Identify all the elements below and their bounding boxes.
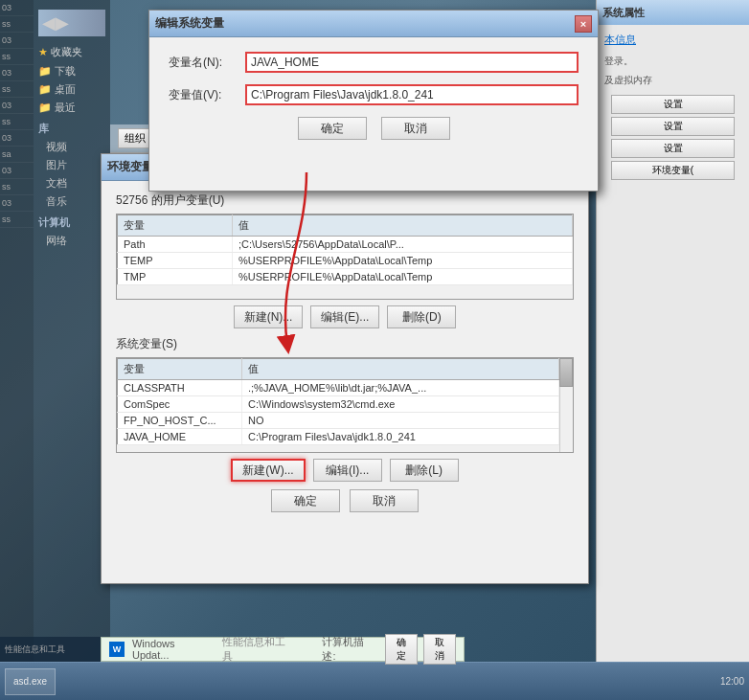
user-new-btn[interactable]: 新建(N)... (234, 305, 304, 328)
settings-btn-1[interactable]: 设置 (611, 95, 735, 114)
bg-section-info: 本信息 (604, 33, 741, 47)
num-13: 03 (0, 195, 34, 212)
perf-text: 性能信息和工具 (5, 644, 65, 656)
edit-sys-var-dialog: 编辑系统变量 × 变量名(N): 变量值(V): 确定 取消 (148, 10, 599, 192)
env-vars-btn-bg[interactable]: 环境变量( (611, 161, 735, 180)
win-update-ok-btn[interactable]: 确定 (385, 634, 418, 665)
sys-vars-table: 变量 值 CLASSPATH .;%JAVA_HOME%\lib\dt.jar;… (117, 358, 559, 445)
sidebar-item-video[interactable]: 视频 (38, 138, 105, 156)
user-var-name-3: TMP (118, 269, 233, 285)
win-update-icon: W (109, 642, 125, 657)
sys-var-name-4: JAVA_HOME (118, 429, 242, 445)
user-vars-section-title: 52756 的用户变量(U) (116, 192, 574, 209)
edit-dialog-close[interactable]: × (575, 15, 592, 33)
left-sidebar: ◀▶ ★ 收藏夹 📁 下载 📁 桌面 📁 最近 库 视频 图片 文档 音乐 计算… (34, 0, 110, 700)
win-update-subtext: 性能信息和工具 (222, 635, 296, 664)
num-1: 03 (0, 0, 34, 16)
num-9: 03 (0, 130, 34, 147)
num-5: 03 (0, 65, 34, 81)
sidebar-item-computer[interactable]: 计算机 (38, 211, 105, 232)
taskbar: asd.exe 12:00 (0, 662, 749, 700)
sidebar-item-library[interactable]: 库 (38, 117, 105, 138)
edit-ok-btn[interactable]: 确定 (298, 117, 367, 140)
edit-dialog-title: 编辑系统变量 (155, 15, 224, 32)
sidebar-item-recent[interactable]: 📁 最近 (38, 99, 105, 117)
bg-window-title: 系统属性 (597, 0, 749, 25)
env-dialog-footer: 确定 取消 (116, 489, 574, 512)
user-edit-btn[interactable]: 编辑(E)... (310, 305, 379, 328)
sidebar-item-network[interactable]: 网络 (38, 232, 105, 250)
var-name-row: 变量名(N): (169, 52, 579, 73)
user-col-var: 变量 (118, 215, 233, 237)
env-ok-btn[interactable]: 确定 (271, 489, 340, 512)
sys-var-row-2[interactable]: ComSpec C:\Windows\system32\cmd.exe (118, 396, 559, 413)
sys-col-var: 变量 (118, 359, 242, 380)
num-8: ss (0, 114, 34, 130)
sidebar-item-image[interactable]: 图片 (38, 156, 105, 174)
sys-var-val-2: C:\Windows\system32\cmd.exe (242, 396, 559, 413)
user-var-row-1[interactable]: Path ;C:\Users\52756\AppData\Local\P... (118, 237, 573, 253)
win-update-bar: W Windows Updat... 性能信息和工具 计算机描述: 确定 取消 (101, 637, 465, 662)
taskbar-clock: 12:00 (720, 676, 744, 687)
sys-vars-scrollbar[interactable] (559, 358, 573, 452)
taskbar-item-asd[interactable]: asd.exe (5, 668, 56, 695)
sys-var-name-3: FP_NO_HOST_C... (118, 413, 242, 429)
sidebar-item-music[interactable]: 音乐 (38, 192, 105, 211)
sys-var-val-4: C:\Program Files\Java\jdk1.8.0_241 (242, 429, 559, 445)
user-var-val-2: %USERPROFILE%\AppData\Local\Temp (233, 253, 573, 269)
user-vars-table-container: 变量 值 Path ;C:\Users\52756\AppData\Local\… (116, 214, 574, 300)
env-cancel-btn[interactable]: 取消 (350, 489, 419, 512)
user-var-name-2: TEMP (118, 253, 233, 269)
user-var-val-3: %USERPROFILE%\AppData\Local\Temp (233, 269, 573, 285)
login-text: 登录。 (604, 55, 741, 68)
user-var-name-1: Path (118, 237, 233, 253)
system-properties-background: 系统属性 本信息 登录。 及虚拟内存 设置 设置 设置 环境变量( (596, 0, 749, 700)
var-name-label: 变量名(N): (169, 55, 245, 71)
num-6: ss (0, 81, 34, 98)
var-value-input[interactable] (245, 84, 579, 105)
num-7: 03 (0, 98, 34, 114)
perf-bar: 性能信息和工具 (0, 637, 105, 662)
sys-delete-btn[interactable]: 删除(L) (390, 459, 459, 482)
computer-info-link[interactable]: 本信息 (604, 33, 741, 47)
sidebar-item-download[interactable]: 📁 下载 (38, 62, 105, 80)
num-10: sa (0, 147, 34, 163)
env-dialog-title: 环境变量 (107, 159, 153, 175)
sys-vars-btn-row: 新建(W)... 编辑(I)... 删除(L) (116, 459, 574, 482)
edit-cancel-btn[interactable]: 取消 (381, 117, 450, 140)
user-delete-btn[interactable]: 删除(D) (387, 305, 456, 328)
edit-dialog-footer: 确定 取消 (169, 117, 579, 140)
num-2: ss (0, 16, 34, 33)
user-var-val-1: ;C:\Users\52756\AppData\Local\P... (233, 237, 573, 253)
sys-var-row-4[interactable]: JAVA_HOME C:\Program Files\Java\jdk1.8.0… (118, 429, 559, 445)
sys-var-val-3: NO (242, 413, 559, 429)
sys-edit-btn[interactable]: 编辑(I)... (313, 459, 382, 482)
scrollbar-thumb[interactable] (559, 358, 573, 387)
left-numbers-panel: 03 ss 03 ss 03 ss 03 ss 03 sa 03 ss 03 s… (0, 0, 34, 700)
user-var-row-3[interactable]: TMP %USERPROFILE%\AppData\Local\Temp (118, 269, 573, 285)
sidebar-item-docs[interactable]: 文档 (38, 174, 105, 192)
sys-vars-section-title: 系统变量(S) (116, 336, 574, 352)
win-update-mid-text: 计算机描述: (322, 635, 377, 664)
num-3: 03 (0, 33, 34, 49)
env-vars-dialog: 环境变量 × 52756 的用户变量(U) 变量 值 Path ;C:\User… (101, 153, 589, 584)
user-vars-table: 变量 值 Path ;C:\Users\52756\AppData\Local\… (117, 215, 573, 285)
taskbar-right: 12:00 (720, 676, 744, 687)
num-12: ss (0, 179, 34, 195)
sys-var-row-3[interactable]: FP_NO_HOST_C... NO (118, 413, 559, 429)
sys-new-btn[interactable]: 新建(W)... (231, 459, 305, 482)
sidebar-item-desktop[interactable]: 📁 桌面 (38, 80, 105, 99)
num-11: 03 (0, 163, 34, 179)
user-col-val: 值 (233, 215, 573, 237)
sys-vars-table-container: 变量 值 CLASSPATH .;%JAVA_HOME%\lib\dt.jar;… (116, 357, 574, 453)
settings-btn-3[interactable]: 设置 (611, 139, 735, 158)
sys-col-val: 值 (242, 359, 559, 380)
win-update-cancel-btn[interactable]: 取消 (423, 634, 456, 665)
sys-var-name-1: CLASSPATH (118, 380, 242, 396)
user-var-row-2[interactable]: TEMP %USERPROFILE%\AppData\Local\Temp (118, 253, 573, 269)
sys-var-row-1[interactable]: CLASSPATH .;%JAVA_HOME%\lib\dt.jar;%JAVA… (118, 380, 559, 396)
settings-btn-2[interactable]: 设置 (611, 117, 735, 136)
var-name-input[interactable] (245, 52, 579, 73)
var-value-label: 变量值(V): (169, 87, 245, 103)
sidebar-item-favorites[interactable]: ★ 收藏夹 (38, 42, 105, 62)
